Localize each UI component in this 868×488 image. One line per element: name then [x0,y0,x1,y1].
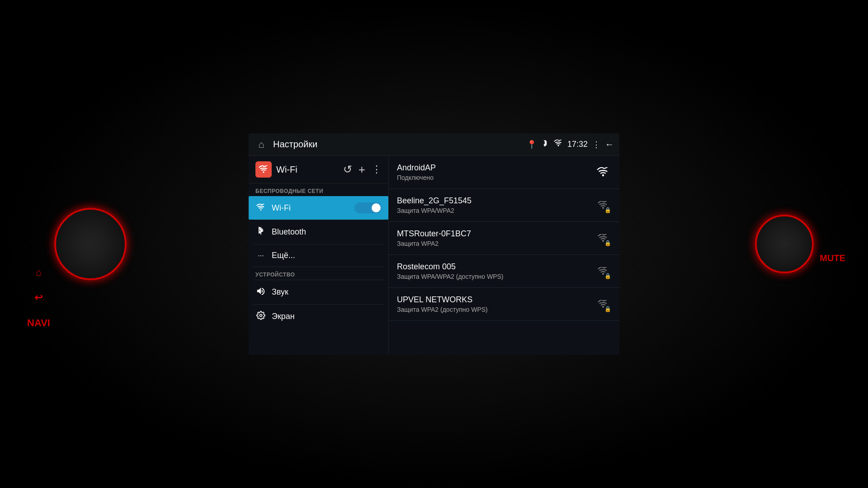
bluetooth-menu-icon [255,226,266,238]
menu-item-screen-label: Экран [272,312,382,321]
wifi-status-icon [554,140,563,149]
menu-item-screen[interactable]: Экран [249,305,388,328]
menu-item-bluetooth-label: Bluetooth [272,227,382,237]
network-name-beeline: Beeline_2G_F51545 [397,196,595,206]
network-item-mts[interactable]: MTSRouter-0F1BC7 Защита WPA2 🔒 [389,222,619,255]
network-name-upvel: UPVEL NETWORKS [397,295,595,305]
home-button-left[interactable]: ⌂ [27,267,50,278]
network-status-rostelecom: Защита WPA/WPA2 (доступно WPS) [397,273,595,280]
overflow-menu-icon[interactable]: ⋮ [592,140,600,150]
wifi-toggle[interactable] [354,202,382,213]
network-status-mts: Защита WPA2 [397,240,595,247]
back-icon[interactable]: ← [605,139,614,150]
svg-point-9 [602,240,604,242]
svg-point-6 [260,314,262,317]
svg-point-7 [602,174,604,177]
network-name-rostelecom: Rostelecom 005 [397,262,595,272]
clock: 17:32 [567,140,588,149]
network-info-upvel: UPVEL NETWORKS Защита WPA2 (доступно WPS… [397,295,595,313]
wifi-toggle-thumb [372,203,381,212]
svg-point-11 [602,306,604,308]
network-item-beeline[interactable]: Beeline_2G_F51545 Защита WPA/WPA2 🔒 [389,189,619,222]
main-content: Wi-Fi ↺ + ⋮ БЕСПРОВОДНЫЕ СЕТИ [249,156,619,355]
wifi-section-label: Wi-Fi [276,164,339,175]
network-signal-upvel: 🔒 [595,296,611,312]
network-info-beeline: Beeline_2G_F51545 Защита WPA/WPA2 [397,196,595,214]
menu-item-bluetooth[interactable]: Bluetooth [249,220,388,244]
screen: ⌂ Настройки 📍 [249,133,619,355]
more-menu-icon: ··· [255,252,266,260]
network-signal-beeline: 🔒 [595,197,611,213]
menu-item-wifi-label: Wi-Fi [272,203,349,213]
svg-point-3 [263,171,264,173]
network-signal-mts: 🔒 [595,230,611,246]
left-buttons: ⌂ ↩ NAVI [27,267,50,329]
device-section-header: УСТРОЙСТВО [249,267,388,280]
bluetooth-status-icon [541,139,549,150]
wifi-toggle-track [354,202,382,213]
menu-item-sound[interactable]: Звук [249,280,388,304]
wifi-add-icon[interactable]: + [359,163,365,177]
network-item-rostelecom[interactable]: Rostelecom 005 Защита WPA/WPA2 (доступно… [389,255,619,288]
home-icon[interactable]: ⌂ [254,137,269,152]
network-signal-rostelecom: 🔒 [595,263,611,279]
page-title: Настройки [273,139,522,150]
network-item-androidap[interactable]: AndroidAP Подключено [389,156,619,189]
left-panel: Wi-Fi ↺ + ⋮ БЕСПРОВОДНЫЕ СЕТИ [249,156,389,355]
svg-point-10 [602,273,604,275]
svg-point-4 [260,209,262,210]
svg-point-8 [602,207,604,209]
right-knob[interactable] [755,215,814,273]
network-info-rostelecom: Rostelecom 005 Защита WPA/WPA2 (доступно… [397,262,595,280]
left-knob[interactable] [54,208,127,280]
back-button-left[interactable]: ↩ [27,292,50,304]
network-status-upvel: Защита WPA2 (доступно WPS) [397,306,595,313]
car-frame: ⌂ ↩ NAVI MUTE ⌂ Настройки 📍 [0,0,868,488]
wifi-menu-icon [255,203,266,213]
location-icon: 📍 [527,140,537,150]
wifi-badge-icon [255,161,272,178]
wifi-action-icons: ↺ + ⋮ [343,163,382,177]
network-info-mts: MTSRouter-0F1BC7 Защита WPA2 [397,229,595,247]
network-info-androidap: AndroidAP Подключено [397,163,595,181]
sound-menu-icon [255,286,266,298]
network-name-mts: MTSRouter-0F1BC7 [397,229,595,239]
network-list: AndroidAP Подключено [389,156,619,355]
menu-item-wifi[interactable]: Wi-Fi [249,196,388,220]
wifi-refresh-icon[interactable]: ↺ [343,163,352,176]
network-name-androidap: AndroidAP [397,163,595,173]
svg-point-2 [557,145,559,146]
network-item-upvel[interactable]: UPVEL NETWORKS Защита WPA2 (доступно WPS… [389,288,619,321]
screen-menu-icon [255,311,266,322]
menu-item-more[interactable]: ··· Ещё... [249,244,388,267]
navi-button[interactable]: NAVI [27,317,50,329]
network-signal-androidap [595,164,611,180]
top-bar: ⌂ Настройки 📍 [249,133,619,156]
mute-button[interactable]: MUTE [820,253,845,263]
wifi-more-icon[interactable]: ⋮ [372,164,382,175]
network-status-androidap: Подключено [397,174,595,181]
network-status-beeline: Защита WPA/WPA2 [397,207,595,214]
menu-item-sound-label: Звук [272,287,382,297]
menu-item-more-label: Ещё... [272,251,382,260]
top-icons: 📍 17:32 [527,139,614,150]
wireless-section-header: БЕСПРОВОДНЫЕ СЕТИ [249,183,388,196]
wifi-section-header: Wi-Fi ↺ + ⋮ [249,156,388,183]
right-buttons: MUTE [820,253,845,263]
